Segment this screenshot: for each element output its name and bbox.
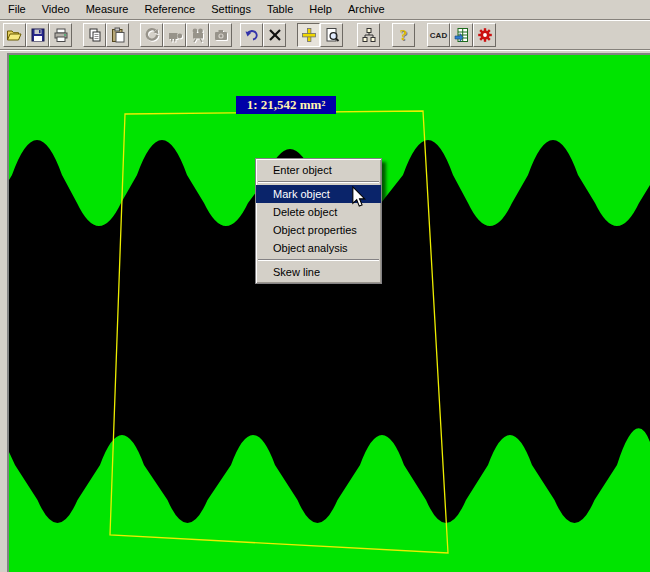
video-grab-button bbox=[163, 23, 186, 47]
menu-item-video[interactable]: Video bbox=[34, 1, 78, 18]
measurement-canvas[interactable] bbox=[7, 53, 650, 572]
video-image bbox=[9, 55, 650, 572]
context-menu-item-object-analysis[interactable]: Object analysis bbox=[256, 239, 381, 257]
copy-icon bbox=[87, 27, 103, 43]
print-button[interactable] bbox=[49, 23, 72, 47]
crosshair-icon bbox=[301, 27, 317, 43]
measurement-label: 1: 21,542 mm² bbox=[236, 96, 336, 114]
menu-item-measure[interactable]: Measure bbox=[78, 1, 137, 18]
mouse-cursor bbox=[352, 186, 367, 209]
print-icon bbox=[53, 27, 69, 43]
context-menu-item-object-properties[interactable]: Object properties bbox=[256, 221, 381, 239]
help-icon: ? bbox=[400, 28, 408, 43]
video-live-icon bbox=[144, 27, 160, 43]
cad-text-icon: CAD bbox=[430, 31, 447, 40]
flowchart-button[interactable] bbox=[357, 23, 380, 47]
toolbar-bottom-divider bbox=[0, 49, 650, 51]
crosshair-button[interactable] bbox=[297, 23, 320, 47]
video-grab-icon bbox=[167, 27, 183, 43]
context-menu-item-skew-line[interactable]: Skew line bbox=[256, 263, 381, 281]
help-button[interactable]: ? bbox=[392, 23, 415, 47]
delete-x-icon bbox=[267, 27, 283, 43]
menu-item-help[interactable]: Help bbox=[301, 1, 340, 18]
paste-button[interactable] bbox=[106, 23, 129, 47]
page-magnifier-icon bbox=[324, 27, 340, 43]
settings-button[interactable] bbox=[473, 23, 496, 47]
undo-icon bbox=[244, 27, 260, 43]
camera-button bbox=[209, 23, 232, 47]
save-icon bbox=[30, 27, 46, 43]
toolbar: ? CAD bbox=[0, 23, 650, 47]
app-window: File Video Measure Reference Settings Ta… bbox=[0, 0, 650, 572]
flowchart-icon bbox=[361, 27, 377, 43]
menu-item-archive[interactable]: Archive bbox=[340, 1, 393, 18]
delete-button[interactable] bbox=[263, 23, 286, 47]
menu-item-table[interactable]: Table bbox=[259, 1, 301, 18]
save-button[interactable] bbox=[26, 23, 49, 47]
context-menu: Enter object Mark object Delete object O… bbox=[255, 158, 382, 284]
folder-open-icon bbox=[6, 27, 23, 43]
context-menu-item-enter-object[interactable]: Enter object bbox=[256, 161, 381, 179]
menu-bar: File Video Measure Reference Settings Ta… bbox=[0, 0, 650, 19]
excel-export-icon bbox=[454, 27, 470, 43]
excel-export-button[interactable] bbox=[450, 23, 473, 47]
context-menu-separator bbox=[258, 259, 379, 261]
preview-button[interactable] bbox=[320, 23, 343, 47]
video-live-button bbox=[140, 23, 163, 47]
cad-button[interactable]: CAD bbox=[427, 23, 450, 47]
copy-button[interactable] bbox=[83, 23, 106, 47]
menu-item-settings[interactable]: Settings bbox=[203, 1, 259, 18]
open-button[interactable] bbox=[3, 23, 26, 47]
gear-icon bbox=[477, 27, 493, 43]
undo-button[interactable] bbox=[240, 23, 263, 47]
paste-icon bbox=[110, 27, 126, 43]
movie-camera-icon bbox=[190, 27, 206, 43]
context-menu-separator bbox=[258, 181, 379, 183]
menu-item-reference[interactable]: Reference bbox=[136, 1, 203, 18]
camera-icon bbox=[213, 27, 229, 43]
menu-item-file[interactable]: File bbox=[0, 1, 34, 18]
menubar-toolbar-divider bbox=[0, 19, 650, 21]
movie-camera-button bbox=[186, 23, 209, 47]
